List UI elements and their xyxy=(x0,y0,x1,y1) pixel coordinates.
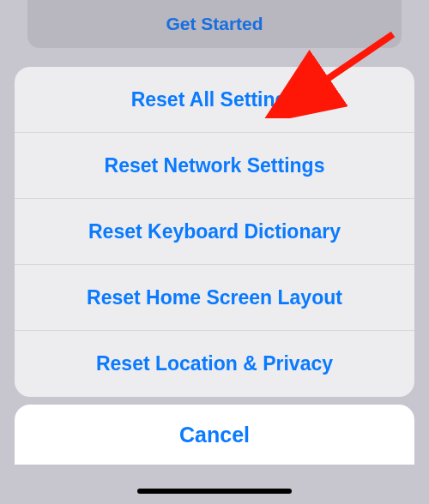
menu-item-label: Reset Home Screen Layout xyxy=(87,286,342,309)
cancel-label: Cancel xyxy=(179,423,250,447)
action-sheet: Reset All Settings Reset Network Setting… xyxy=(15,67,414,397)
menu-item-label: Reset Location & Privacy xyxy=(96,352,333,375)
menu-item-label: Reset Network Settings xyxy=(105,154,325,177)
cancel-button[interactable]: Cancel xyxy=(15,405,414,465)
reset-network-settings-button[interactable]: Reset Network Settings xyxy=(15,133,414,199)
get-started-button[interactable]: Get Started xyxy=(27,0,402,48)
reset-all-settings-button[interactable]: Reset All Settings xyxy=(15,67,414,133)
reset-keyboard-dictionary-button[interactable]: Reset Keyboard Dictionary xyxy=(15,199,414,265)
menu-item-label: Reset Keyboard Dictionary xyxy=(88,220,341,243)
get-started-label: Get Started xyxy=(166,14,263,34)
menu-item-label: Reset All Settings xyxy=(131,88,299,111)
reset-home-screen-layout-button[interactable]: Reset Home Screen Layout xyxy=(15,265,414,331)
reset-location-privacy-button[interactable]: Reset Location & Privacy xyxy=(15,331,414,397)
home-indicator[interactable] xyxy=(137,489,292,494)
